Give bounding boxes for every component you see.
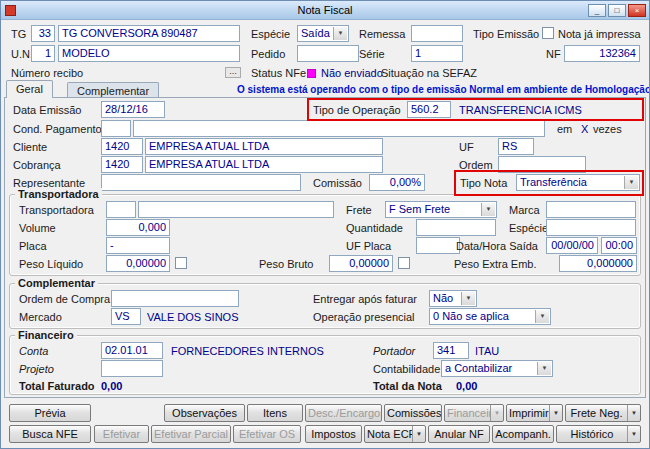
button-financeiro[interactable]: Financeiro▼ bbox=[444, 404, 504, 422]
field-especie-transp[interactable] bbox=[546, 219, 636, 236]
button-historico[interactable]: Histórico▼ bbox=[556, 425, 641, 443]
numero-recibo-browse-button[interactable]: ... bbox=[225, 67, 241, 78]
field-ordem-compra[interactable] bbox=[111, 290, 239, 307]
field-pedido[interactable] bbox=[297, 45, 359, 62]
titlebar[interactable]: Nota Fiscal _ □ × bbox=[1, 1, 649, 20]
field-peso-extra[interactable]: 0,000000 bbox=[559, 255, 637, 272]
field-hora-saida[interactable]: 00:00 bbox=[601, 237, 637, 254]
tab-geral[interactable]: Geral bbox=[6, 80, 53, 98]
field-cond-pagamento-name[interactable] bbox=[133, 120, 545, 137]
label-portador: Portador bbox=[373, 345, 415, 357]
combo-operacao-presencial[interactable]: 0 Não se aplica ▼ bbox=[429, 308, 551, 325]
button-itens[interactable]: Itens bbox=[247, 404, 303, 422]
total-faturado-value: 0,00 bbox=[101, 380, 122, 392]
label-mercado: Mercado bbox=[19, 311, 62, 323]
button-desc-encargos[interactable]: Desc./Encargos bbox=[305, 404, 382, 422]
field-portador-code[interactable]: 341 bbox=[433, 342, 469, 359]
chevron-down-icon[interactable]: ▼ bbox=[481, 203, 495, 216]
field-conta-code[interactable]: 02.01.01 bbox=[101, 342, 163, 359]
field-peso-bruto[interactable]: 0,00000 bbox=[329, 255, 393, 272]
field-data-emissao[interactable]: 28/12/16 bbox=[101, 101, 165, 118]
button-efetivar-os[interactable]: Efetivar OS bbox=[233, 425, 301, 443]
field-un-code[interactable]: 1 bbox=[31, 45, 55, 62]
label-serie: Série bbox=[359, 48, 385, 60]
label-entregar-apos: Entregar após faturar bbox=[313, 293, 417, 305]
button-nota-ecf[interactable]: Nota ECF▼ bbox=[364, 425, 426, 443]
field-placa[interactable]: - bbox=[106, 237, 170, 254]
chevron-down-icon[interactable]: ▼ bbox=[490, 405, 503, 421]
chevron-down-icon[interactable]: ▼ bbox=[624, 176, 638, 189]
chevron-down-icon[interactable]: ▼ bbox=[461, 292, 475, 305]
label-em: em bbox=[557, 123, 572, 135]
maximize-button[interactable]: □ bbox=[608, 4, 626, 17]
chevron-down-icon[interactable]: ▼ bbox=[412, 426, 425, 442]
group-financeiro-title: Financeiro bbox=[15, 329, 77, 341]
combo-contabilidade[interactable]: a Contabilizar ▼ bbox=[441, 360, 553, 377]
field-uf[interactable]: RS bbox=[498, 138, 534, 155]
field-cobranca-name[interactable]: EMPRESA ATUAL LTDA bbox=[145, 156, 383, 173]
field-ordem[interactable] bbox=[498, 156, 586, 173]
label-cobranca: Cobrança bbox=[13, 159, 61, 171]
field-representante[interactable] bbox=[101, 174, 301, 191]
field-tg-name[interactable]: TG CONVERSORA 890487 bbox=[58, 25, 240, 42]
close-button[interactable]: × bbox=[628, 4, 646, 17]
field-serie[interactable]: 1 bbox=[411, 45, 463, 62]
label-uf: UF bbox=[459, 141, 474, 153]
button-imprimir[interactable]: Imprimir▼ bbox=[506, 404, 563, 422]
field-cliente-name[interactable]: EMPRESA ATUAL LTDA bbox=[145, 138, 383, 155]
field-un-name[interactable]: MODELO bbox=[58, 45, 240, 62]
button-acompanh[interactable]: Acompanh. bbox=[492, 425, 554, 443]
chevron-down-icon[interactable]: ▼ bbox=[627, 405, 640, 421]
checkbox-peso-bruto[interactable] bbox=[398, 257, 410, 269]
label-total-faturado: Total Faturado bbox=[19, 380, 95, 392]
minimize-button[interactable]: _ bbox=[588, 4, 606, 17]
field-volume[interactable]: 0,000 bbox=[106, 219, 170, 236]
field-data-saida[interactable]: 00/00/00 bbox=[546, 237, 598, 254]
combo-frete-value: F Sem Frete bbox=[389, 203, 450, 215]
field-comissao[interactable]: 0,00% bbox=[369, 174, 425, 191]
field-cliente-code[interactable]: 1420 bbox=[101, 138, 143, 155]
field-mercado-code[interactable]: VS bbox=[111, 308, 141, 325]
field-nf[interactable]: 132364 bbox=[564, 45, 640, 62]
combo-tipo-nota[interactable]: Transferência ▼ bbox=[516, 174, 640, 191]
field-transportadora-name[interactable] bbox=[138, 201, 334, 218]
button-busca-nfe[interactable]: Busca NFE bbox=[9, 425, 91, 443]
field-peso-liquido[interactable]: 0,00000 bbox=[106, 255, 170, 272]
label-nota-ja-impressa: Nota já impressa bbox=[558, 28, 641, 40]
button-impostos[interactable]: Impostos bbox=[305, 425, 362, 443]
button-efetivar-parcial[interactable]: Efetivar Parcial bbox=[151, 425, 231, 443]
button-comissoes[interactable]: Comissões bbox=[384, 404, 442, 422]
button-efetivar[interactable]: Efetivar bbox=[94, 425, 149, 443]
label-un: U.N. bbox=[11, 48, 33, 60]
field-tg-code[interactable]: 33 bbox=[31, 25, 55, 42]
combo-especie[interactable]: Saída ▼ bbox=[297, 25, 349, 42]
button-observacoes[interactable]: Observações bbox=[164, 404, 245, 422]
checkbox-peso-liquido[interactable] bbox=[175, 257, 187, 269]
field-transportadora-code[interactable] bbox=[106, 201, 136, 218]
combo-frete[interactable]: F Sem Frete ▼ bbox=[385, 201, 497, 218]
field-uf-placa[interactable] bbox=[416, 237, 460, 254]
button-anular-nf[interactable]: Anular NF bbox=[428, 425, 490, 443]
button-previa[interactable]: Prévia bbox=[9, 404, 91, 422]
chevron-down-icon[interactable]: ▼ bbox=[549, 405, 562, 421]
field-projeto[interactable] bbox=[101, 360, 163, 377]
button-frete-neg[interactable]: Frete Neg.▼ bbox=[565, 404, 641, 422]
field-marca[interactable] bbox=[546, 201, 636, 218]
label-peso-bruto: Peso Bruto bbox=[259, 258, 313, 270]
combo-entregar-apos[interactable]: Não ▼ bbox=[429, 290, 477, 307]
field-remessa[interactable] bbox=[411, 25, 463, 42]
field-cond-pagamento-code[interactable] bbox=[101, 120, 131, 137]
field-quantidade[interactable] bbox=[416, 219, 496, 236]
label-pedido: Pedido bbox=[251, 48, 285, 60]
label-conta: Conta bbox=[19, 345, 48, 357]
label-projeto: Projeto bbox=[19, 363, 54, 375]
chevron-down-icon[interactable]: ▼ bbox=[535, 310, 549, 323]
tab-complementar[interactable]: Complementar bbox=[67, 82, 159, 97]
chevron-down-icon[interactable]: ▼ bbox=[627, 426, 640, 442]
checkbox-nota-ja-impressa[interactable] bbox=[542, 27, 554, 39]
field-tipo-operacao-code[interactable]: 560.2 bbox=[407, 101, 451, 118]
total-nota-value: 0,00 bbox=[456, 380, 477, 392]
chevron-down-icon[interactable]: ▼ bbox=[537, 362, 551, 375]
field-cobranca-code[interactable]: 1420 bbox=[101, 156, 143, 173]
chevron-down-icon[interactable]: ▼ bbox=[333, 27, 347, 40]
